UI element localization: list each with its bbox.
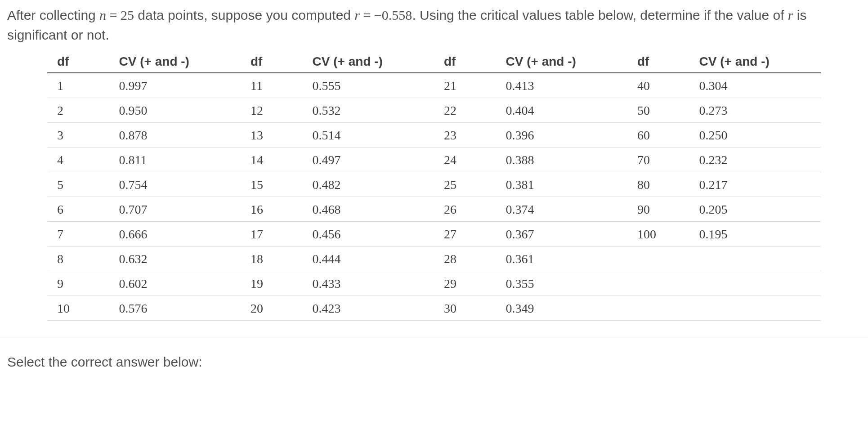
cell-df: 16	[241, 197, 303, 222]
cell-df: 10	[47, 296, 109, 321]
cell-cv: 0.532	[303, 98, 434, 123]
select-answer-prompt: Select the correct answer below:	[7, 354, 861, 370]
cell-cv: 0.602	[109, 271, 241, 296]
cell-cv: 0.217	[689, 172, 821, 197]
cell-df: 5	[47, 172, 109, 197]
header-cv: CV (+ and -)	[689, 49, 821, 73]
variable-r: r	[354, 8, 360, 22]
cell-df: 1	[47, 73, 109, 98]
header-df: df	[627, 49, 689, 73]
cell-cv: 0.482	[303, 172, 434, 197]
cell-cv: 0.950	[109, 98, 241, 123]
header-df: df	[434, 49, 496, 73]
cell-df: 11	[241, 73, 303, 98]
header-cv: CV (+ and -)	[109, 49, 241, 73]
table-header-row: df CV (+ and -) df CV (+ and -) df CV (+…	[47, 49, 821, 73]
cell-df: 90	[627, 197, 689, 222]
cell-df: 80	[627, 172, 689, 197]
divider	[0, 338, 868, 338]
cell-cv: 0.997	[109, 73, 241, 98]
cell-df: 14	[241, 148, 303, 172]
cell-df: 70	[627, 148, 689, 172]
table-row: 80.632180.444280.361	[47, 246, 821, 271]
cell-df: 60	[627, 123, 689, 148]
cell-cv: 0.514	[303, 123, 434, 148]
cell-df: 50	[627, 98, 689, 123]
cell-cv: 0.497	[303, 148, 434, 172]
cell-df	[627, 246, 689, 271]
cell-df: 100	[627, 222, 689, 246]
cell-cv: 0.304	[689, 73, 821, 98]
cell-df: 28	[434, 246, 496, 271]
cell-cv: 0.576	[109, 296, 241, 321]
critical-values-table: df CV (+ and -) df CV (+ and -) df CV (+…	[47, 49, 821, 321]
cell-cv	[689, 271, 821, 296]
cell-df: 23	[434, 123, 496, 148]
cell-df: 3	[47, 123, 109, 148]
cell-df: 20	[241, 296, 303, 321]
cell-cv: 0.423	[303, 296, 434, 321]
cell-cv: 0.632	[109, 246, 241, 271]
cell-df: 26	[434, 197, 496, 222]
cell-df: 2	[47, 98, 109, 123]
header-cv: CV (+ and -)	[303, 49, 434, 73]
table-row: 60.707160.468260.374900.205	[47, 197, 821, 222]
header-cv: CV (+ and -)	[496, 49, 627, 73]
cell-cv: 0.666	[109, 222, 241, 246]
cell-df: 17	[241, 222, 303, 246]
header-df: df	[47, 49, 109, 73]
cell-df: 8	[47, 246, 109, 271]
question-text: After collecting n = 25 data points, sup…	[7, 5, 861, 45]
cell-cv: 0.811	[109, 148, 241, 172]
cell-cv: 0.205	[689, 197, 821, 222]
cell-cv: 0.195	[689, 222, 821, 246]
cell-cv: 0.381	[496, 172, 627, 197]
table-row: 90.602190.433290.355	[47, 271, 821, 296]
cell-df: 22	[434, 98, 496, 123]
question-part: data points, suppose you computed	[134, 8, 354, 22]
cell-cv: 0.250	[689, 123, 821, 148]
cell-cv: 0.404	[496, 98, 627, 123]
cell-cv: 0.388	[496, 148, 627, 172]
table-row: 20.950120.532220.404500.273	[47, 98, 821, 123]
cell-df: 7	[47, 222, 109, 246]
cell-df: 19	[241, 271, 303, 296]
cell-cv: 0.349	[496, 296, 627, 321]
equals: =	[106, 8, 121, 22]
cell-cv: 0.232	[689, 148, 821, 172]
cell-cv: 0.396	[496, 123, 627, 148]
table-row: 50.754150.482250.381800.217	[47, 172, 821, 197]
cell-cv: 0.273	[689, 98, 821, 123]
cell-cv: 0.355	[496, 271, 627, 296]
value-n: 25	[121, 8, 134, 22]
cell-cv: 0.468	[303, 197, 434, 222]
table-row: 40.811140.497240.388700.232	[47, 148, 821, 172]
cell-cv: 0.433	[303, 271, 434, 296]
cell-cv: 0.456	[303, 222, 434, 246]
question-part: After collecting	[7, 8, 99, 22]
cell-df: 12	[241, 98, 303, 123]
cell-df: 25	[434, 172, 496, 197]
cell-df: 29	[434, 271, 496, 296]
cell-cv: 0.878	[109, 123, 241, 148]
cell-df: 4	[47, 148, 109, 172]
cell-cv: 0.367	[496, 222, 627, 246]
cell-cv: 0.374	[496, 197, 627, 222]
header-df: df	[241, 49, 303, 73]
cell-df	[627, 271, 689, 296]
value-r: −0.558	[374, 8, 412, 22]
cell-cv: 0.361	[496, 246, 627, 271]
cell-df: 6	[47, 197, 109, 222]
cell-cv: 0.413	[496, 73, 627, 98]
cell-df: 13	[241, 123, 303, 148]
cell-cv	[689, 246, 821, 271]
cell-df: 30	[434, 296, 496, 321]
cell-df: 21	[434, 73, 496, 98]
variable-r: r	[788, 8, 793, 22]
cell-df: 18	[241, 246, 303, 271]
variable-n: n	[99, 8, 106, 22]
equals: =	[360, 8, 374, 22]
table-row: 70.666170.456270.3671000.195	[47, 222, 821, 246]
cell-df: 9	[47, 271, 109, 296]
cell-df: 15	[241, 172, 303, 197]
